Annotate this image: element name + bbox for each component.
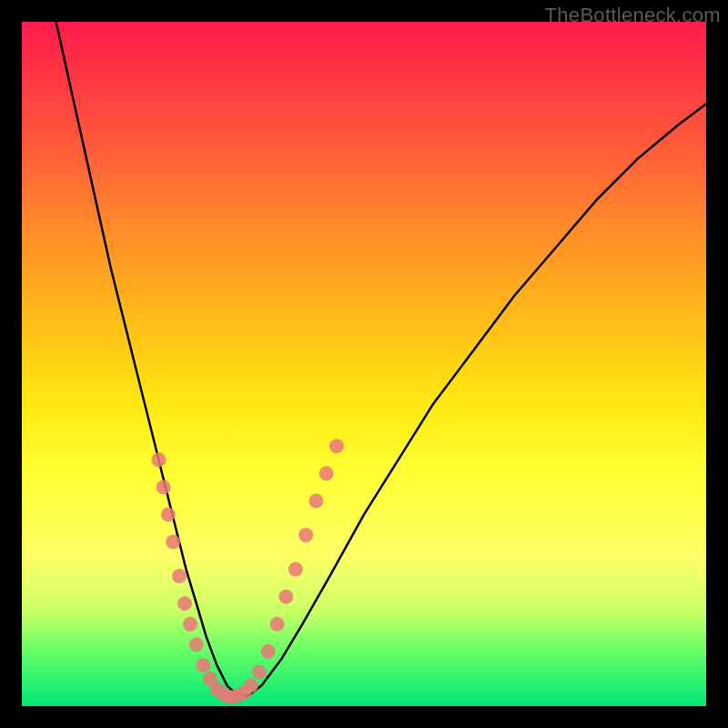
marker-dot	[166, 535, 180, 550]
marker-dot	[270, 617, 285, 632]
marker-dot	[244, 678, 258, 693]
marker-dot	[177, 596, 192, 611]
marker-dot	[161, 507, 176, 521]
marker-dot	[298, 528, 313, 542]
marker-dot	[308, 493, 323, 508]
marker-dot	[288, 562, 303, 577]
marker-dot	[261, 644, 276, 659]
marker-dot	[252, 664, 267, 679]
chart-stage: TheBottleneck.com	[0, 0, 728, 728]
marker-dot	[196, 658, 210, 672]
marker-dot	[183, 617, 197, 632]
marker-dot	[278, 590, 293, 604]
marker-dot	[329, 439, 344, 453]
marker-dot	[151, 452, 166, 467]
marker-dot	[157, 480, 171, 494]
marker-dot	[172, 569, 187, 583]
chart-svg	[0, 0, 728, 728]
watermark-text: TheBottleneck.com	[545, 4, 721, 27]
marker-dot	[319, 466, 334, 480]
bottleneck-curve	[56, 22, 706, 696]
marker-dot	[189, 637, 204, 652]
